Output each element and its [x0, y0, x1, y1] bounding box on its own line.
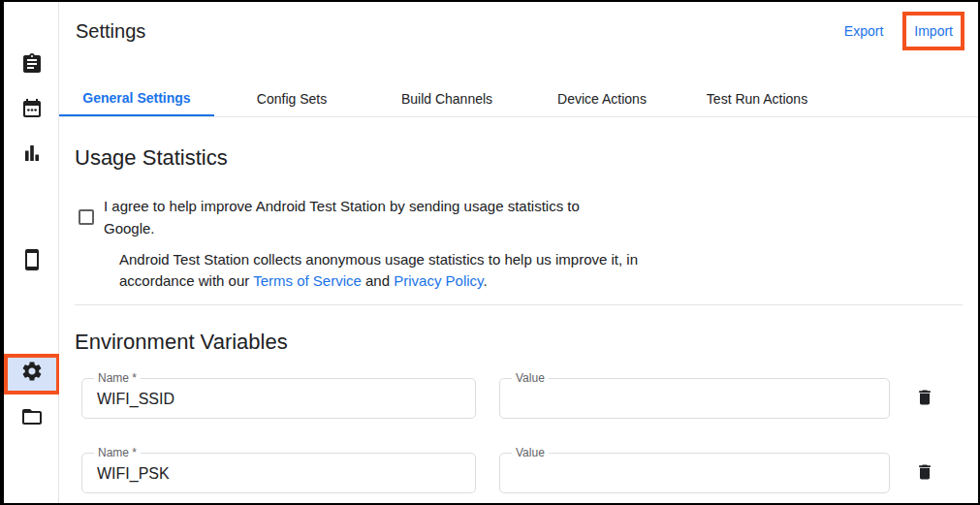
env-name-label: Name * [94, 372, 141, 384]
usage-description-and: and [362, 272, 394, 289]
tab-general-settings[interactable]: General Settings [59, 81, 214, 116]
delete-env-var-button[interactable] [915, 462, 934, 485]
usage-description-line1: Android Test Station collects anonymous … [119, 249, 963, 270]
sidebar-item-tests[interactable] [4, 54, 59, 78]
gear-icon [20, 360, 44, 387]
folder-icon [20, 405, 44, 432]
smartphone-icon [20, 248, 44, 275]
usage-agree-label: I agree to help improve Android Test Sta… [104, 195, 580, 239]
usage-agree-checkbox[interactable] [79, 209, 94, 225]
usage-description-line2: accordance with our Terms of Service and… [119, 270, 963, 292]
usage-description: Android Test Station collects anonymous … [119, 249, 963, 292]
app: Settings Export Import General Settings … [4, 2, 978, 503]
env-value-field-wrapper: Value [499, 453, 890, 493]
tab-bar: General Settings Config Sets Build Chann… [59, 81, 978, 117]
sidebar [4, 2, 59, 503]
usage-agree-line2: Google. [104, 217, 580, 239]
tab-device-actions[interactable]: Device Actions [524, 81, 680, 116]
env-value-input[interactable] [500, 379, 889, 418]
import-button[interactable]: Import [914, 23, 953, 39]
env-name-label: Name * [94, 447, 141, 458]
tab-config-sets[interactable]: Config Sets [214, 81, 369, 116]
trash-icon [915, 388, 934, 410]
export-button[interactable]: Export [844, 23, 883, 39]
annotation-box-import: Import [902, 12, 964, 50]
main-panel: Settings Export Import General Settings … [59, 2, 978, 503]
trash-icon [915, 462, 934, 485]
env-name-input[interactable] [82, 454, 475, 492]
section-divider [75, 304, 963, 305]
bar-chart-icon [20, 142, 44, 169]
sidebar-item-reports[interactable] [4, 143, 59, 167]
env-name-field-wrapper: Name * [81, 378, 476, 419]
environment-variables-heading: Environment Variables [75, 330, 963, 355]
env-name-field-wrapper: Name * [81, 453, 476, 493]
calendar-icon [20, 97, 44, 124]
sidebar-item-settings[interactable] [4, 362, 59, 385]
usage-agree-line1: I agree to help improve Android Test Sta… [104, 195, 580, 217]
env-value-label: Value [512, 447, 549, 458]
clipboard-icon [20, 52, 44, 79]
usage-statistics-heading: Usage Statistics [75, 145, 963, 171]
privacy-policy-link[interactable]: Privacy Policy [394, 272, 483, 289]
header-actions: Export Import [844, 12, 964, 50]
env-name-input[interactable] [82, 379, 475, 418]
settings-content: Usage Statistics I agree to help improve… [59, 145, 978, 493]
sidebar-item-devices[interactable] [4, 250, 59, 273]
terms-of-service-link[interactable]: Terms of Service [253, 272, 362, 289]
sidebar-item-file-browser[interactable] [4, 407, 59, 430]
delete-env-var-button[interactable] [915, 388, 934, 410]
usage-agree-row: I agree to help improve Android Test Sta… [75, 195, 963, 239]
page-header: Settings Export Import [59, 2, 978, 56]
sidebar-item-test-plans[interactable] [4, 99, 59, 122]
page-title: Settings [76, 20, 145, 43]
env-value-field-wrapper: Value [499, 378, 890, 419]
env-var-row: Name * Value [81, 378, 963, 419]
app-frame: Settings Export Import General Settings … [0, 0, 980, 505]
env-value-label: Value [512, 372, 549, 384]
env-value-input[interactable] [500, 454, 889, 492]
tab-test-run-actions[interactable]: Test Run Actions [680, 81, 835, 116]
usage-description-prefix: accordance with our [119, 272, 253, 289]
env-var-row: Name * Value [81, 453, 963, 493]
usage-description-period: . [483, 272, 487, 289]
tab-build-channels[interactable]: Build Channels [369, 81, 524, 116]
